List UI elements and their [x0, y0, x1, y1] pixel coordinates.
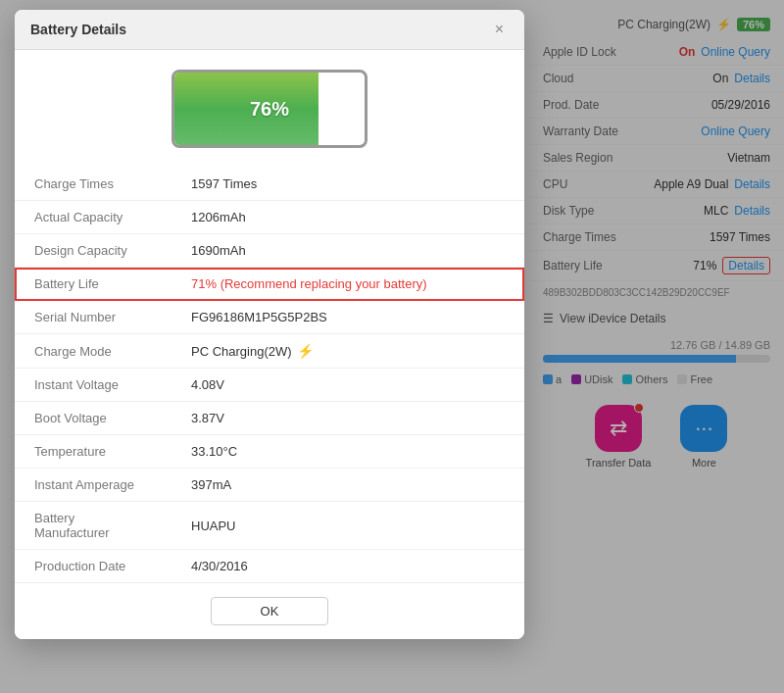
- battery-visual-container: 76%: [15, 50, 524, 168]
- row-value-production-date: 4/30/2016: [172, 550, 524, 583]
- row-label-instant-amperage: Instant Amperage: [15, 469, 172, 502]
- row-label-actual-capacity: Actual Capacity: [15, 201, 172, 234]
- table-row-serial-number: Serial NumberFG96186M1P5G5P2BS: [15, 301, 524, 334]
- close-button[interactable]: ×: [490, 20, 509, 39]
- row-value-instant-amperage: 397mA: [172, 469, 524, 502]
- row-value-instant-voltage: 4.08V: [172, 369, 524, 402]
- row-label-serial-number: Serial Number: [15, 301, 172, 334]
- row-label-charge-times: Charge Times: [15, 168, 172, 201]
- battery-percent-display: 76%: [174, 98, 365, 121]
- battery-outer: 76%: [172, 70, 368, 148]
- modal-header: Battery Details ×: [15, 10, 524, 50]
- table-row-instant-amperage: Instant Amperage397mA: [15, 469, 524, 502]
- row-value-boot-voltage: 3.87V: [172, 402, 524, 435]
- table-row-battery-manufacturer: Battery ManufacturerHUAPU: [15, 502, 524, 550]
- row-label-design-capacity: Design Capacity: [15, 234, 172, 268]
- modal-title: Battery Details: [30, 22, 126, 37]
- battery-details-table: Charge Times1597 TimesActual Capacity120…: [15, 168, 524, 582]
- row-value-battery-life: 71% (Recommend replacing your battery): [172, 268, 524, 301]
- table-row-instant-voltage: Instant Voltage4.08V: [15, 369, 524, 402]
- row-label-charge-mode: Charge Mode: [15, 334, 172, 369]
- table-row-battery-life: Battery Life71% (Recommend replacing you…: [15, 268, 524, 301]
- battery-tip: [367, 95, 368, 123]
- row-value-serial-number: FG96186M1P5G5P2BS: [172, 301, 524, 334]
- ok-button[interactable]: OK: [211, 597, 329, 625]
- table-row-boot-voltage: Boot Voltage3.87V: [15, 402, 524, 435]
- row-value-charge-times: 1597 Times: [172, 168, 524, 201]
- modal-overlay: Battery Details × 76% Charge Times1597 T…: [0, 0, 784, 693]
- table-row-actual-capacity: Actual Capacity1206mAh: [15, 201, 524, 234]
- row-value-design-capacity: 1690mAh: [172, 234, 524, 268]
- row-value-battery-manufacturer: HUAPU: [172, 502, 524, 550]
- bolt-green-icon: ⚡: [297, 343, 314, 359]
- row-value-actual-capacity: 1206mAh: [172, 201, 524, 234]
- battery-graphic: 76%: [172, 70, 368, 148]
- row-label-battery-manufacturer: Battery Manufacturer: [15, 502, 172, 550]
- row-value-temperature: 33.10°C: [172, 435, 524, 469]
- row-value-charge-mode: PC Charging(2W) ⚡: [172, 334, 524, 369]
- table-row-design-capacity: Design Capacity1690mAh: [15, 234, 524, 268]
- table-row-charge-mode: Charge ModePC Charging(2W) ⚡: [15, 334, 524, 369]
- table-row-temperature: Temperature33.10°C: [15, 435, 524, 469]
- row-label-instant-voltage: Instant Voltage: [15, 369, 172, 402]
- table-row-production-date: Production Date4/30/2016: [15, 550, 524, 583]
- table-row-charge-times: Charge Times1597 Times: [15, 168, 524, 201]
- modal-footer: OK: [15, 582, 524, 639]
- row-label-temperature: Temperature: [15, 435, 172, 469]
- battery-details-modal: Battery Details × 76% Charge Times1597 T…: [15, 10, 524, 639]
- row-label-boot-voltage: Boot Voltage: [15, 402, 172, 435]
- row-label-battery-life: Battery Life: [15, 268, 172, 301]
- row-label-production-date: Production Date: [15, 550, 172, 583]
